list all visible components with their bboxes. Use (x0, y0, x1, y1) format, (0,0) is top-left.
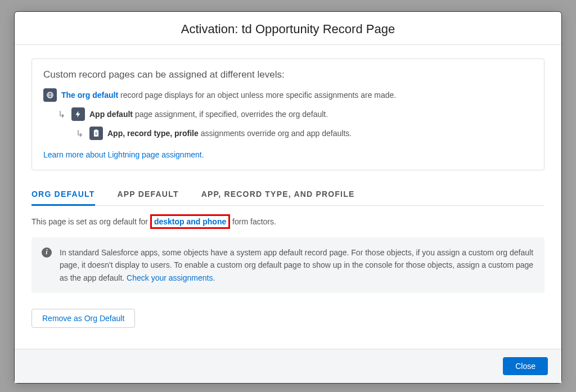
clipboard-icon (89, 127, 103, 140)
status-line: This page is set as org default for desk… (32, 217, 544, 226)
app-default-desc: page assignment, if specified, overrides… (133, 110, 328, 119)
hierarchy-level-org-default: The org default record page displays for… (43, 88, 533, 102)
tab-app-record-profile[interactable]: APP, RECORD TYPE, AND PROFILE (201, 184, 355, 205)
note-box: i In standard Salesforce apps, some obje… (32, 237, 544, 293)
indent-arrow-icon: ↳ (56, 109, 67, 120)
org-default-desc: record page displays for an object unles… (118, 91, 396, 100)
app-record-profile-label: App, record type, profile (107, 129, 199, 138)
modal-header: Activation: td Opportunity Record Page (15, 12, 561, 45)
hierarchy-text: The org default record page displays for… (61, 91, 396, 100)
info-icon: i (42, 247, 52, 258)
close-button[interactable]: Close (503, 357, 548, 375)
remove-org-default-button[interactable]: Remove as Org Default (32, 309, 135, 328)
lightning-icon (71, 107, 85, 121)
status-highlight: desktop and phone (150, 214, 230, 229)
modal-title: Activation: td Opportunity Record Page (28, 22, 548, 37)
learn-more-link[interactable]: Learn more about Lightning page assignme… (43, 150, 204, 159)
hierarchy-text: App default page assignment, if specifie… (89, 110, 328, 119)
status-suffix: form factors. (230, 217, 276, 226)
activation-modal: Activation: td Opportunity Record Page C… (14, 11, 562, 384)
hierarchy-level-app-record-profile: ↳ App, record type, profile assignments … (74, 127, 533, 140)
indent-arrow-icon: ↳ (74, 128, 85, 139)
tabs: ORG DEFAULT APP DEFAULT APP, RECORD TYPE… (32, 184, 544, 206)
info-heading: Custom record pages can be assigned at d… (43, 69, 533, 80)
info-card: Custom record pages can be assigned at d… (32, 58, 544, 170)
org-default-label: The org default (61, 91, 118, 100)
app-default-label: App default (89, 110, 133, 119)
hierarchy-level-app-default: ↳ App default page assignment, if specif… (56, 107, 533, 121)
app-record-profile-desc: assignments override org and app default… (199, 129, 352, 138)
status-prefix: This page is set as org default for (32, 217, 150, 226)
hierarchy-text: App, record type, profile assignments ov… (107, 129, 352, 138)
check-assignments-link[interactable]: Check your assignments. (127, 273, 215, 282)
tab-app-default[interactable]: APP DEFAULT (118, 184, 179, 205)
modal-footer: Close (15, 349, 561, 383)
modal-body: Custom record pages can be assigned at d… (15, 45, 561, 349)
tab-org-default[interactable]: ORG DEFAULT (32, 184, 95, 205)
note-content: In standard Salesforce apps, some object… (60, 246, 534, 284)
globe-icon (43, 88, 57, 102)
